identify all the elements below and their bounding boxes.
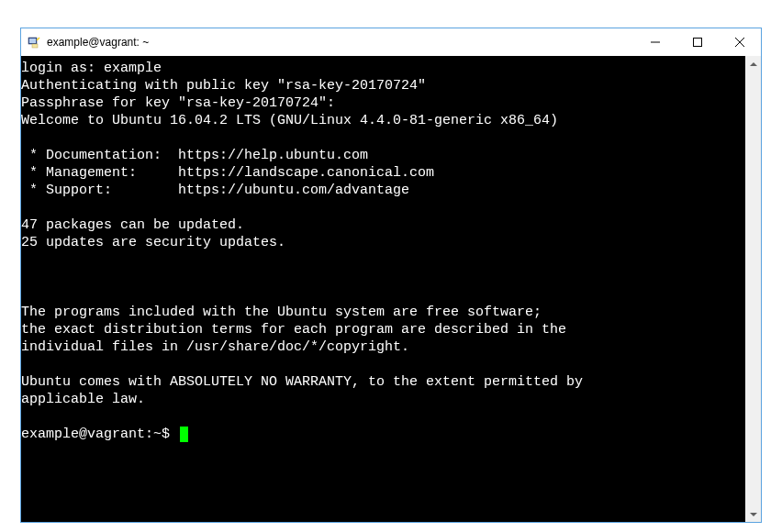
chevron-up-icon (750, 62, 757, 66)
svg-rect-1 (29, 39, 36, 43)
terminal-line: * Management: https://landscape.canonica… (21, 164, 743, 182)
svg-rect-2 (32, 44, 38, 48)
terminal-line: 25 updates are security updates. (21, 234, 743, 251)
cursor (180, 427, 188, 442)
terminal-line (21, 286, 743, 304)
prompt-text: example@vagrant:~$ (21, 426, 178, 443)
terminal-window: example@vagrant: ~ login as: exampleAuth… (20, 28, 762, 523)
chevron-down-icon (750, 513, 757, 516)
terminal-line: Ubuntu comes with ABSOLUTELY NO WARRANTY… (21, 373, 743, 391)
terminal-line: 47 packages can be updated. (21, 216, 743, 234)
terminal-line: Authenticating with public key "rsa-key-… (21, 77, 743, 94)
terminal-line: * Support: https://ubuntu.com/advantage (21, 182, 743, 199)
svg-rect-5 (694, 39, 702, 47)
terminal-line: applicable law. (21, 391, 743, 408)
terminal-line: Passphrase for key "rsa-key-20170724": (21, 94, 743, 112)
minimize-button[interactable] (634, 28, 676, 56)
terminal-line: The programs included with the Ubuntu sy… (21, 304, 743, 321)
terminal-output[interactable]: login as: exampleAuthenticating with pub… (21, 56, 745, 522)
maximize-button[interactable] (676, 28, 719, 56)
window-controls (634, 28, 761, 56)
terminal-line (21, 199, 743, 216)
terminal-line: * Documentation: https://help.ubuntu.com (21, 147, 743, 164)
putty-icon (27, 35, 41, 50)
scroll-up-button[interactable] (745, 56, 761, 72)
terminal-line (21, 269, 743, 286)
terminal-line (21, 408, 743, 426)
svg-line-3 (37, 38, 39, 40)
window-title: example@vagrant: ~ (47, 36, 149, 49)
titlebar[interactable]: example@vagrant: ~ (21, 28, 761, 56)
close-button[interactable] (719, 28, 761, 56)
terminal-prompt[interactable]: example@vagrant:~$ (21, 426, 743, 443)
terminal-line: the exact distribution terms for each pr… (21, 321, 743, 338)
scroll-down-button[interactable] (745, 506, 761, 522)
terminal-line (21, 356, 743, 373)
scrollbar-track[interactable] (745, 72, 761, 506)
terminal-area: login as: exampleAuthenticating with pub… (21, 56, 761, 522)
terminal-line: Welcome to Ubuntu 16.04.2 LTS (GNU/Linux… (21, 112, 743, 129)
terminal-line: login as: example (21, 60, 743, 77)
scrollbar[interactable] (745, 56, 761, 522)
terminal-line: individual files in /usr/share/doc/*/cop… (21, 338, 743, 356)
terminal-line (21, 251, 743, 269)
terminal-line (21, 129, 743, 147)
